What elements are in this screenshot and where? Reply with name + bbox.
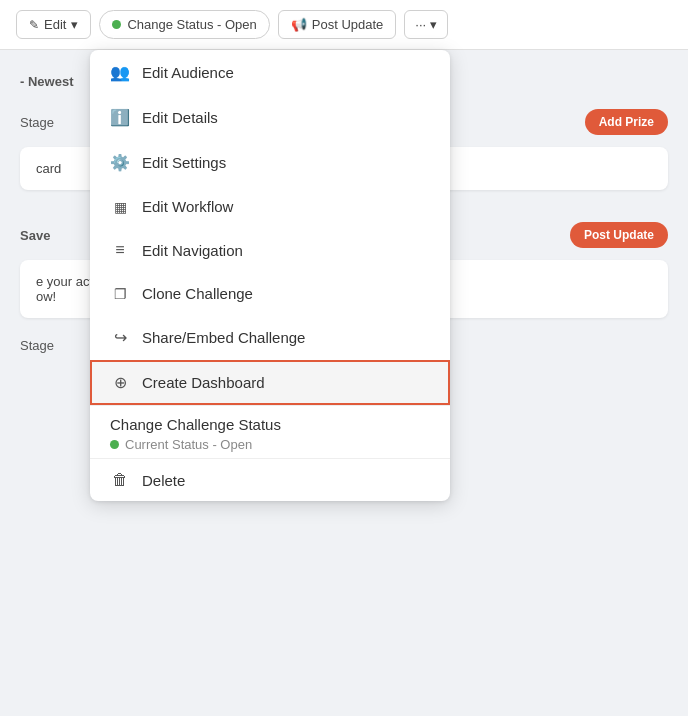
- menu-label-edit-audience: Edit Audience: [142, 64, 234, 81]
- menu-item-share-embed[interactable]: ↪ Share/Embed Challenge: [90, 315, 450, 360]
- current-status-dot-icon: [110, 440, 119, 449]
- menu-label-edit-navigation: Edit Navigation: [142, 242, 243, 259]
- menu-item-edit-details[interactable]: ℹ️ Edit Details: [90, 95, 450, 140]
- dropdown-menu: 👥 Edit Audience ℹ️ Edit Details ⚙️ Edit …: [90, 50, 450, 501]
- share-icon: ↪: [110, 328, 130, 347]
- menu-label-edit-settings: Edit Settings: [142, 154, 226, 171]
- menu-label-create-dashboard: Create Dashboard: [142, 374, 265, 391]
- menu-item-edit-audience[interactable]: 👥 Edit Audience: [90, 50, 450, 95]
- workflow-icon: ▦: [110, 199, 130, 215]
- change-status-section[interactable]: Change Challenge Status Current Status -…: [90, 406, 450, 458]
- menu-label-share-embed: Share/Embed Challenge: [142, 329, 305, 346]
- menu-label-clone-challenge: Clone Challenge: [142, 285, 253, 302]
- menu-item-edit-navigation[interactable]: ≡ Edit Navigation: [90, 228, 450, 272]
- current-status: Current Status - Open: [110, 437, 430, 452]
- plus-circle-icon: ⊕: [110, 373, 130, 392]
- info-icon: ℹ️: [110, 108, 130, 127]
- nav-icon: ≡: [110, 241, 130, 259]
- menu-item-delete[interactable]: 🗑 Delete: [90, 459, 450, 501]
- menu-item-edit-workflow[interactable]: ▦ Edit Workflow: [90, 185, 450, 228]
- menu-item-edit-settings[interactable]: ⚙️ Edit Settings: [90, 140, 450, 185]
- gear-icon: ⚙️: [110, 153, 130, 172]
- menu-item-clone-challenge[interactable]: ❐ Clone Challenge: [90, 272, 450, 315]
- dropdown-overlay: 👥 Edit Audience ℹ️ Edit Details ⚙️ Edit …: [0, 0, 688, 716]
- trash-icon: 🗑: [110, 471, 130, 489]
- menu-label-edit-details: Edit Details: [142, 109, 218, 126]
- menu-label-delete: Delete: [142, 472, 185, 489]
- menu-item-create-dashboard[interactable]: ⊕ Create Dashboard: [90, 360, 450, 405]
- current-status-label: Current Status - Open: [125, 437, 252, 452]
- audience-icon: 👥: [110, 63, 130, 82]
- change-status-title: Change Challenge Status: [110, 416, 430, 433]
- clone-icon: ❐: [110, 286, 130, 302]
- menu-label-edit-workflow: Edit Workflow: [142, 198, 233, 215]
